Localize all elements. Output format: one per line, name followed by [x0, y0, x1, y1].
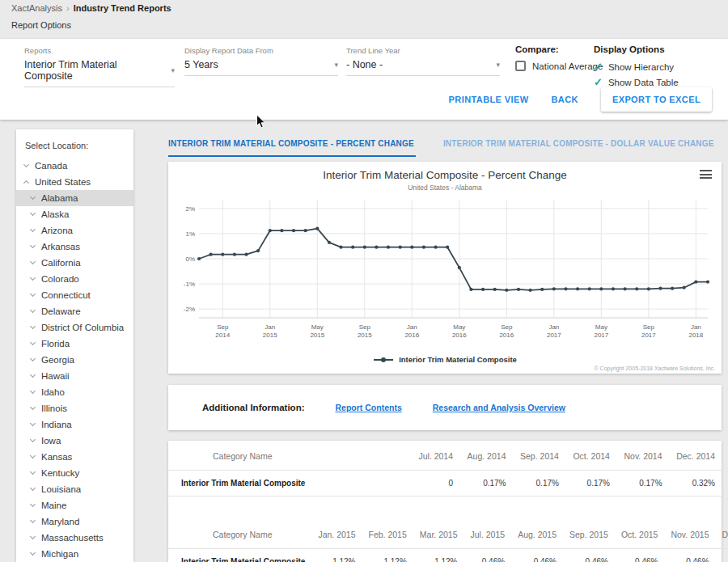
tab-dollar-value-change[interactable]: INTERIOR TRIM MATERIAL COMPOSITE - DOLLA… — [443, 133, 716, 157]
chevron-down-icon[interactable] — [30, 550, 36, 556]
location-label: Illinois — [41, 404, 67, 413]
chevron-down-icon[interactable]: ▾ — [171, 66, 175, 74]
chevron-down-icon[interactable] — [30, 291, 36, 297]
column-header: Oct. 2014 — [565, 442, 616, 471]
location-label: Arizona — [41, 226, 73, 235]
sidebar-item-california[interactable]: California — [16, 255, 133, 271]
chevron-down-icon[interactable] — [30, 275, 36, 281]
chevron-down-icon[interactable] — [30, 323, 36, 329]
cell: 0.46% — [716, 549, 728, 562]
chevron-down-icon[interactable] — [30, 259, 36, 264]
chevron-down-icon[interactable] — [30, 388, 36, 394]
research-overview-link[interactable]: Research and Analysis Overview — [433, 403, 565, 412]
sidebar-item-colorado[interactable]: Colorado — [16, 271, 133, 287]
chevron-down-icon[interactable]: ▾ — [334, 61, 338, 69]
table-header-row: Category NameJul. 2014Aug. 2014Sep. 2014… — [168, 442, 722, 471]
sidebar-item-arkansas[interactable]: Arkansas — [16, 239, 133, 255]
chevron-down-icon[interactable] — [30, 469, 36, 475]
column-header: Nov. 2015 — [664, 521, 715, 549]
chevron-down-icon[interactable] — [30, 307, 36, 313]
column-header: Jul. 2015 — [464, 521, 512, 549]
cell: 1.12% — [311, 549, 362, 562]
reports-field-label: Reports — [24, 46, 175, 55]
checkbox-unchecked-icon[interactable] — [515, 61, 526, 71]
chevron-down-icon[interactable]: ▾ — [496, 61, 500, 69]
chevron-down-icon[interactable] — [30, 356, 36, 361]
sidebar-item-iowa[interactable]: Iowa — [16, 433, 133, 449]
sidebar-item-kansas[interactable]: Kansas — [16, 449, 133, 465]
chart-menu-icon[interactable] — [700, 170, 712, 181]
chart-subtitle: United States - Alabama — [168, 184, 722, 192]
chevron-down-icon[interactable] — [30, 518, 36, 523]
chevron-down-icon[interactable] — [30, 210, 36, 216]
svg-text:0%: 0% — [185, 256, 195, 263]
copyright-notice: © Copyright 2005-2018 Xactware Solutions… — [594, 366, 715, 371]
chevron-down-icon[interactable] — [30, 340, 36, 345]
export-to-excel-button[interactable]: EXPORT TO EXCEL — [601, 87, 712, 112]
chevron-down-icon[interactable] — [30, 243, 36, 248]
trend-line-chart: 2%1%0%-1%-2%Sep2014Jan2015May2015Sep2015… — [175, 195, 715, 355]
sidebar-item-connecticut[interactable]: Connecticut — [16, 287, 133, 303]
sidebar-item-delaware[interactable]: Delaware — [16, 303, 133, 319]
sidebar-item-georgia[interactable]: Georgia — [16, 352, 133, 368]
tab-percent-change[interactable]: INTERIOR TRIM MATERIAL COMPOSITE - PERCE… — [168, 133, 416, 157]
chevron-down-icon[interactable] — [30, 453, 36, 458]
sidebar-item-illinois[interactable]: Illinois — [16, 400, 133, 416]
chevron-down-icon[interactable] — [30, 501, 36, 507]
chevron-down-icon[interactable] — [30, 404, 36, 410]
location-label: Maryland — [41, 517, 79, 526]
chevron-down-icon[interactable] — [23, 162, 29, 167]
sidebar-item-indiana[interactable]: Indiana — [16, 416, 133, 433]
national-average-checkbox[interactable]: National Average — [515, 61, 603, 71]
column-header: Oct. 2015 — [615, 521, 665, 549]
show-hierarchy-option[interactable]: ✓ Show Hierarchy — [594, 61, 679, 73]
sidebar-item-maine[interactable]: Maine — [16, 497, 133, 513]
svg-text:2016: 2016 — [499, 332, 514, 339]
show-data-table-option[interactable]: ✓ Show Data Table — [594, 76, 679, 88]
sidebar-item-idaho[interactable]: Idaho — [16, 384, 133, 400]
data-from-selected-value: 5 Years — [184, 59, 218, 70]
back-button[interactable]: BACK — [552, 95, 578, 104]
chart-legend[interactable]: Interior Trim Material Composite — [168, 355, 722, 364]
chevron-down-icon[interactable] — [30, 226, 36, 232]
svg-text:-1%: -1% — [184, 281, 195, 288]
column-header: Mar. 2015 — [413, 521, 464, 549]
sidebar-item-district-of-columbia[interactable]: District Of Columbia — [16, 319, 133, 336]
sidebar-item-alabama[interactable]: Alabama — [16, 190, 133, 206]
location-label: Louisiana — [41, 484, 81, 494]
cell: 0.17% — [616, 471, 669, 497]
sidebar-item-alaska[interactable]: Alaska — [16, 206, 133, 222]
svg-text:May: May — [595, 323, 607, 331]
trend-line-year-select[interactable]: Trend Line Year - None -▾ — [346, 46, 500, 76]
svg-text:Jan: Jan — [265, 323, 275, 331]
cell: 1.12% — [362, 549, 413, 562]
sidebar-item-louisiana[interactable]: Louisiana — [16, 481, 133, 497]
sidebar-item-hawaii[interactable]: Hawaii — [16, 368, 133, 384]
data-from-select[interactable]: Display Report Data From 5 Years▾ — [184, 46, 338, 76]
chevron-down-icon[interactable] — [30, 194, 36, 200]
chevron-down-icon[interactable] — [30, 437, 36, 442]
sidebar-item-arizona[interactable]: Arizona — [16, 222, 133, 239]
sidebar-item-massachusetts[interactable]: Massachusetts — [16, 530, 133, 546]
report-contents-link[interactable]: Report Contents — [335, 403, 401, 412]
data-from-field-label: Display Report Data From — [184, 46, 338, 55]
show-data-table-label: Show Data Table — [608, 78, 679, 87]
sidebar-item-michigan[interactable]: Michigan — [16, 546, 133, 562]
sidebar-item-florida[interactable]: Florida — [16, 336, 133, 352]
chevron-down-icon[interactable] — [30, 485, 36, 491]
sidebar-item-united-states[interactable]: United States — [16, 174, 133, 190]
breadcrumb-app-link[interactable]: XactAnalysis — [11, 3, 62, 13]
sidebar-item-maryland[interactable]: Maryland — [16, 513, 133, 530]
location-label: Massachusetts — [41, 533, 104, 543]
printable-view-button[interactable]: PRINTABLE VIEW — [449, 95, 529, 104]
sidebar-item-kentucky[interactable]: Kentucky — [16, 465, 133, 481]
sidebar-item-canada[interactable]: Canada — [16, 158, 133, 174]
chevron-up-icon[interactable] — [23, 180, 29, 186]
location-label: Canada — [35, 161, 67, 171]
reports-select[interactable]: Reports Interior Trim Material Composite… — [24, 46, 175, 87]
column-header: Dec. 2014 — [669, 442, 722, 471]
chevron-down-icon[interactable] — [30, 420, 36, 426]
chevron-down-icon[interactable] — [30, 372, 36, 378]
chevron-down-icon[interactable] — [30, 534, 36, 539]
chart-title: Interior Trim Material Composite - Perce… — [168, 162, 722, 181]
